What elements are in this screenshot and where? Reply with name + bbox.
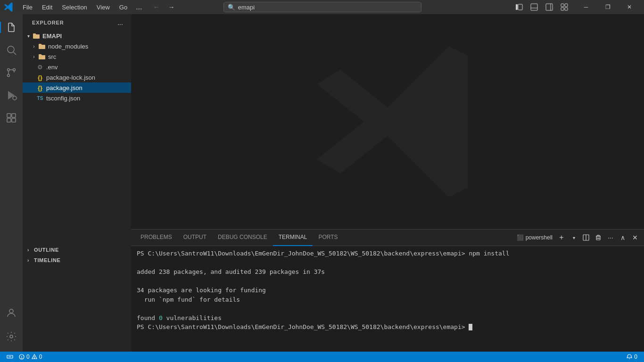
tree-label: .env bbox=[46, 64, 131, 71]
new-terminal-button[interactable]: + bbox=[556, 232, 567, 243]
tree-src[interactable]: › src bbox=[23, 51, 131, 62]
status-errors[interactable]: 0 0 bbox=[16, 352, 45, 362]
vscode-watermark bbox=[293, 27, 482, 216]
activity-settings[interactable] bbox=[0, 325, 23, 348]
shell-icon: ⬛ bbox=[517, 234, 524, 241]
toggle-sidebar-button[interactable] bbox=[512, 2, 526, 12]
restore-button[interactable]: ❐ bbox=[597, 0, 619, 14]
tree-package-lock[interactable]: {} package-lock.json bbox=[23, 72, 131, 82]
tab-output[interactable]: OUTPUT bbox=[178, 230, 212, 246]
kill-terminal-button[interactable] bbox=[593, 232, 603, 243]
tab-debug-console[interactable]: DEBUG CONSOLE bbox=[212, 230, 273, 246]
toggle-secondary-sidebar-button[interactable] bbox=[542, 2, 556, 12]
tree-package-json[interactable]: {} package.json bbox=[23, 82, 131, 93]
tree-env[interactable]: ⚙ .env bbox=[23, 62, 131, 72]
svg-rect-8 bbox=[561, 8, 564, 10]
svg-point-37 bbox=[34, 358, 34, 359]
activity-bar bbox=[0, 14, 23, 352]
notification-icon bbox=[627, 354, 632, 360]
panel-more-button[interactable]: ··· bbox=[605, 232, 616, 243]
svg-marker-15 bbox=[8, 91, 15, 99]
svg-rect-19 bbox=[7, 118, 11, 122]
gear-icon: ⚙ bbox=[36, 63, 44, 71]
titlebar-actions bbox=[512, 2, 571, 12]
status-notifications[interactable]: 0 bbox=[624, 352, 640, 362]
panel-collapse-button[interactable]: ∧ bbox=[618, 232, 628, 243]
customize-layout-button[interactable] bbox=[557, 2, 571, 12]
activity-explorer[interactable] bbox=[0, 16, 23, 39]
sidebar-outline-header[interactable]: › OUTLINE bbox=[23, 245, 131, 255]
error-count: 0 bbox=[26, 354, 30, 360]
nav-back-button[interactable]: ← bbox=[149, 2, 163, 12]
svg-point-12 bbox=[8, 69, 10, 71]
terminal-dropdown-button[interactable]: ▾ bbox=[569, 232, 579, 243]
terminal-output[interactable]: PS C:\Users\SantroW11\Downloads\EmGenDir… bbox=[131, 246, 644, 352]
menu-selection[interactable]: Selection bbox=[57, 2, 91, 13]
activity-run-debug[interactable] bbox=[0, 84, 23, 107]
terminal-line-7 bbox=[137, 304, 638, 313]
minimize-button[interactable]: ─ bbox=[575, 0, 597, 14]
close-button[interactable]: ✕ bbox=[619, 0, 640, 14]
shell-label[interactable]: ⬛ powershell bbox=[515, 234, 554, 241]
terminal-line-3: added 238 packages, and audited 239 pack… bbox=[137, 267, 638, 277]
error-icon bbox=[19, 354, 25, 360]
menu-edit[interactable]: Edit bbox=[37, 2, 57, 13]
timeline-label: TIMELINE bbox=[34, 257, 61, 263]
folder-icon bbox=[32, 32, 41, 40]
tsconfig-icon: TS bbox=[36, 94, 44, 102]
menu-view[interactable]: View bbox=[92, 2, 115, 13]
menu-more[interactable]: ... bbox=[132, 1, 146, 13]
svg-rect-18 bbox=[12, 114, 16, 117]
nav-forward-button[interactable]: → bbox=[165, 2, 178, 12]
svg-rect-1 bbox=[518, 4, 522, 10]
tree-tsconfig[interactable]: TS tsconfig.json bbox=[23, 93, 131, 103]
terminal-line-4 bbox=[137, 277, 638, 286]
menu-file[interactable]: File bbox=[18, 2, 37, 13]
sidebar-timeline-header[interactable]: › TIMELINE bbox=[23, 255, 131, 265]
menu-go[interactable]: Go bbox=[115, 2, 132, 13]
shell-name: powershell bbox=[526, 234, 553, 241]
svg-rect-17 bbox=[7, 114, 11, 117]
panel-close-button[interactable]: ✕ bbox=[630, 232, 640, 243]
warning-count: 0 bbox=[39, 354, 42, 360]
tree-node-modules[interactable]: › node_modules bbox=[23, 41, 131, 51]
tab-problems[interactable]: PROBLEMS bbox=[135, 230, 178, 246]
activity-source-control[interactable] bbox=[0, 61, 23, 84]
tab-terminal[interactable]: TERMINAL bbox=[273, 230, 313, 246]
svg-point-22 bbox=[10, 335, 13, 338]
chevron-right-icon: › bbox=[25, 256, 32, 264]
folder-icon bbox=[38, 52, 46, 61]
sidebar-more-button[interactable]: ... bbox=[115, 17, 125, 28]
tree-root-emapi[interactable]: ▾ EMAPI bbox=[23, 31, 131, 41]
search-bar[interactable]: 🔍 bbox=[223, 2, 421, 12]
sidebar-title: EXPLORER bbox=[32, 20, 64, 25]
activity-search[interactable] bbox=[0, 39, 23, 61]
file-tree: ▾ EMAPI › node_modules bbox=[23, 31, 131, 352]
activity-extensions[interactable] bbox=[0, 107, 23, 129]
svg-point-14 bbox=[8, 74, 10, 77]
svg-rect-4 bbox=[546, 4, 553, 10]
toggle-panel-button[interactable] bbox=[527, 2, 541, 12]
split-terminal-button[interactable] bbox=[581, 232, 591, 243]
activity-account[interactable] bbox=[0, 302, 23, 324]
status-remote[interactable] bbox=[4, 352, 16, 362]
tree-label: node_modules bbox=[48, 43, 131, 50]
terminal-line-8: found 0 vulnerabilities bbox=[137, 313, 638, 323]
panel-actions: ⬛ powershell + ▾ bbox=[515, 232, 640, 243]
warning-icon bbox=[32, 354, 37, 360]
menu-bar: File Edit Selection View Go ... bbox=[18, 1, 146, 13]
main-layout: EXPLORER ... ▾ EMAPI › bbox=[0, 14, 644, 352]
search-input[interactable] bbox=[238, 4, 417, 11]
svg-line-11 bbox=[14, 52, 17, 55]
tree-label: src bbox=[48, 53, 131, 60]
svg-rect-6 bbox=[561, 4, 564, 7]
svg-point-21 bbox=[9, 309, 13, 313]
terminal-line-9: PS C:\Users\SantroW11\Downloads\EmGenDir… bbox=[137, 322, 638, 332]
terminal-line-2 bbox=[137, 258, 638, 268]
tab-ports[interactable]: PORTS bbox=[313, 230, 343, 246]
panel-tab-bar: PROBLEMS OUTPUT DEBUG CONSOLE TERMINAL P… bbox=[131, 230, 644, 246]
tree-label: package.json bbox=[46, 84, 131, 91]
sidebar-header: EXPLORER ... bbox=[23, 14, 131, 31]
outline-label: OUTLINE bbox=[34, 247, 59, 253]
svg-rect-9 bbox=[565, 8, 568, 10]
